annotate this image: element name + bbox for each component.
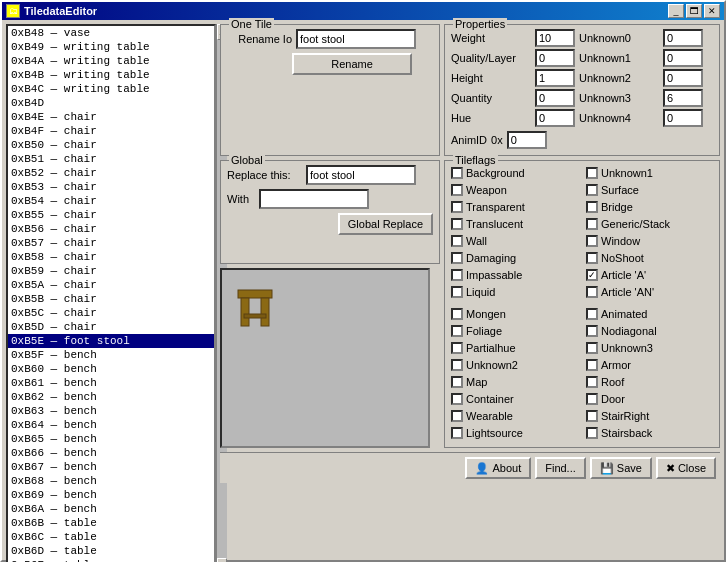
flag-checkbox[interactable] [451, 308, 463, 320]
list-item[interactable]: 0xB49 — writing table [8, 40, 214, 54]
item-list[interactable]: 0xB48 — vase0xB49 — writing table0xB4A —… [6, 24, 216, 562]
rename-button[interactable]: Rename [292, 53, 412, 75]
list-item[interactable]: 0xB6B — table [8, 516, 214, 530]
list-item[interactable]: 0xB69 — bench [8, 488, 214, 502]
list-item[interactable]: 0xB65 — bench [8, 432, 214, 446]
list-item[interactable]: 0xB60 — bench [8, 362, 214, 376]
flag-checkbox[interactable] [586, 269, 598, 281]
minimize-button[interactable]: _ [668, 4, 684, 18]
list-item[interactable]: 0xB67 — bench [8, 460, 214, 474]
flag-checkbox[interactable] [586, 218, 598, 230]
flag-checkbox[interactable] [451, 393, 463, 405]
close-button-bottom[interactable]: ✖ Close [656, 457, 716, 479]
list-item[interactable]: 0xB56 — chair [8, 222, 214, 236]
flag-checkbox[interactable] [586, 325, 598, 337]
about-button[interactable]: 👤 About [465, 457, 531, 479]
flag-checkbox[interactable] [586, 184, 598, 196]
flag-checkbox[interactable] [586, 393, 598, 405]
flag-checkbox[interactable] [451, 269, 463, 281]
flag-checkbox[interactable] [586, 252, 598, 264]
list-item[interactable]: 0xB6A — bench [8, 502, 214, 516]
quantity-input[interactable] [535, 89, 575, 107]
list-item[interactable]: 0xB4B — writing table [8, 68, 214, 82]
list-item[interactable]: 0xB55 — chair [8, 208, 214, 222]
flag-item: Armor [586, 357, 713, 373]
list-item[interactable]: 0xB5C — chair [8, 306, 214, 320]
find-button[interactable]: Find... [535, 457, 586, 479]
list-item[interactable]: 0xB48 — vase [8, 26, 214, 40]
list-item[interactable]: 0xB4E — chair [8, 110, 214, 124]
list-item[interactable]: 0xB57 — chair [8, 236, 214, 250]
unknown3-input[interactable] [663, 89, 703, 107]
unknown1-input[interactable] [663, 49, 703, 67]
flag-checkbox[interactable] [451, 167, 463, 179]
quality-input[interactable] [535, 49, 575, 67]
flag-checkbox[interactable] [586, 342, 598, 354]
flag-checkbox[interactable] [586, 427, 598, 439]
list-item[interactable]: 0xB4A — writing table [8, 54, 214, 68]
list-item[interactable]: 0xB68 — bench [8, 474, 214, 488]
list-item[interactable]: 0xB62 — bench [8, 390, 214, 404]
list-item[interactable]: 0xB53 — chair [8, 180, 214, 194]
weight-input[interactable] [535, 29, 575, 47]
flag-checkbox[interactable] [451, 252, 463, 264]
list-item[interactable]: 0xB66 — bench [8, 446, 214, 460]
flag-checkbox[interactable] [451, 342, 463, 354]
flag-checkbox[interactable] [586, 376, 598, 388]
flag-checkbox[interactable] [586, 286, 598, 298]
flag-checkbox[interactable] [451, 427, 463, 439]
global-replace-button[interactable]: Global Replace [338, 213, 433, 235]
properties-group: Properties Weight Unknown0 Quality/Layer… [444, 24, 720, 156]
flag-checkbox[interactable] [451, 325, 463, 337]
list-item[interactable]: 0xB59 — chair [8, 264, 214, 278]
list-item[interactable]: 0xB6E — table [8, 558, 214, 562]
flag-item: Roof [586, 374, 713, 390]
flag-checkbox[interactable] [451, 218, 463, 230]
list-item[interactable]: 0xB64 — bench [8, 418, 214, 432]
replace-input[interactable] [306, 165, 416, 185]
unknown2-input[interactable] [663, 69, 703, 87]
flag-checkbox[interactable] [586, 410, 598, 422]
flag-checkbox[interactable] [586, 359, 598, 371]
with-input[interactable] [259, 189, 369, 209]
flag-checkbox[interactable] [451, 410, 463, 422]
list-item[interactable]: 0xB58 — chair [8, 250, 214, 264]
list-item[interactable]: 0xB4D [8, 96, 214, 110]
flag-checkbox[interactable] [451, 376, 463, 388]
list-item[interactable]: 0xB61 — bench [8, 376, 214, 390]
flag-checkbox[interactable] [451, 286, 463, 298]
list-item[interactable]: 0xB6D — table [8, 544, 214, 558]
unknown0-input[interactable] [663, 29, 703, 47]
flag-checkbox[interactable] [451, 235, 463, 247]
list-item[interactable]: 0xB52 — chair [8, 166, 214, 180]
unknown4-input[interactable] [663, 109, 703, 127]
close-button[interactable]: ✕ [704, 4, 720, 18]
rename-io-input[interactable] [296, 29, 416, 49]
list-item[interactable]: 0xB6C — table [8, 530, 214, 544]
flag-checkbox[interactable] [451, 359, 463, 371]
flag-checkbox[interactable] [586, 235, 598, 247]
height-input[interactable] [535, 69, 575, 87]
list-item[interactable]: 0xB50 — chair [8, 138, 214, 152]
unknown1-label: Unknown1 [579, 52, 659, 64]
list-item[interactable]: 0xB54 — chair [8, 194, 214, 208]
list-item[interactable]: 0xB5E — foot stool [8, 334, 214, 348]
list-item[interactable]: 0xB4C — writing table [8, 82, 214, 96]
flag-checkbox[interactable] [586, 167, 598, 179]
save-button[interactable]: 💾 Save [590, 457, 652, 479]
list-item[interactable]: 0xB5B — chair [8, 292, 214, 306]
flag-checkbox[interactable] [451, 184, 463, 196]
list-item[interactable]: 0xB5F — bench [8, 348, 214, 362]
flag-label: Damaging [466, 252, 516, 264]
hue-input[interactable] [535, 109, 575, 127]
list-item[interactable]: 0xB63 — bench [8, 404, 214, 418]
flag-checkbox[interactable] [586, 308, 598, 320]
list-item[interactable]: 0xB5D — chair [8, 320, 214, 334]
animid-input[interactable] [507, 131, 547, 149]
list-item[interactable]: 0xB51 — chair [8, 152, 214, 166]
list-item[interactable]: 0xB5A — chair [8, 278, 214, 292]
list-item[interactable]: 0xB4F — chair [8, 124, 214, 138]
flag-checkbox[interactable] [586, 201, 598, 213]
flag-checkbox[interactable] [451, 201, 463, 213]
restore-button[interactable]: 🗖 [686, 4, 702, 18]
